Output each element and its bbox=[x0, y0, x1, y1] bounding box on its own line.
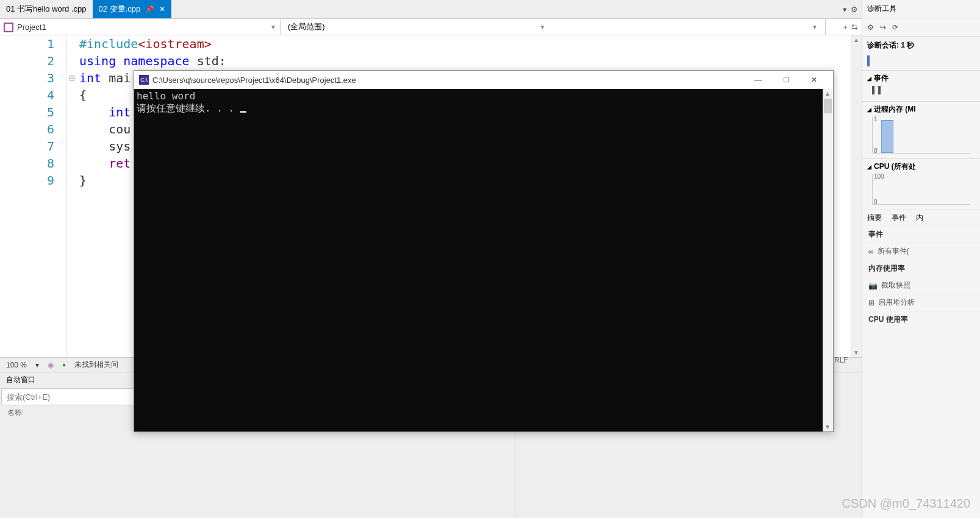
minimize-button[interactable]: — bbox=[744, 71, 772, 89]
console-window: C:\ C:\Users\q\source\repos\Project1\x64… bbox=[134, 70, 834, 432]
scope-member-dropdown[interactable]: ▼ bbox=[553, 19, 826, 35]
scope-global-dropdown[interactable]: (全局范围) ▼ bbox=[281, 19, 553, 35]
zoom-level[interactable]: 100 % bbox=[6, 361, 27, 369]
line-num: 7 bbox=[0, 138, 54, 155]
code-token: { bbox=[79, 88, 87, 102]
heap-row[interactable]: ⊞启用堆分析 bbox=[862, 294, 980, 311]
tab-events[interactable]: 事件 bbox=[887, 210, 911, 225]
editor-scrollbar[interactable] bbox=[851, 35, 862, 357]
section-title[interactable]: CPU (所有处 bbox=[874, 161, 916, 172]
scope-tools: + ⇆ bbox=[825, 19, 862, 35]
status-text: 未找到相关问 bbox=[74, 360, 118, 370]
pin-icon[interactable]: 📌 bbox=[145, 5, 154, 13]
gear-icon[interactable]: ⚙ bbox=[867, 23, 874, 32]
diag-toolbar: ⚙ ↪ ⟳ bbox=[862, 18, 980, 37]
line-num: 1 bbox=[0, 35, 54, 52]
plus-icon[interactable]: + bbox=[843, 23, 848, 32]
pause-icon[interactable] bbox=[872, 86, 881, 94]
split-icon[interactable]: ⇆ bbox=[851, 23, 858, 32]
console-icon: C:\ bbox=[139, 75, 149, 85]
scrollbar-thumb[interactable] bbox=[824, 99, 832, 113]
code-token: ret bbox=[79, 156, 131, 171]
tab-bar: 01 书写hello word .cpp 02 变量.cpp 📌 ✕ ▾ ⚙ bbox=[0, 0, 862, 18]
diag-memory-section: ◢进程内存 (MI 1 0 bbox=[862, 101, 980, 158]
console-output: hello word 请按任意键继续. . . bbox=[134, 89, 823, 431]
events-header: 事件 bbox=[862, 225, 980, 243]
lightbulb-icon[interactable]: ◉ bbox=[48, 361, 54, 369]
section-title[interactable]: 进程内存 (MI bbox=[874, 104, 916, 115]
session-chart bbox=[867, 54, 975, 66]
cpu-usage-header: CPU 使用率 bbox=[862, 311, 980, 328]
diag-events-section: ◢事件 bbox=[862, 70, 980, 101]
chevron-down-icon: ▼ bbox=[540, 24, 546, 30]
code-token: std: bbox=[190, 54, 226, 68]
code-token: mai bbox=[101, 71, 131, 85]
fold-toggle[interactable]: ⊟ bbox=[67, 69, 77, 87]
memory-chart: 1 0 bbox=[872, 117, 970, 154]
code-token: <iostream> bbox=[138, 37, 211, 51]
diag-title: 诊断工具 bbox=[862, 0, 980, 18]
dropdown-icon[interactable]: ▾ bbox=[35, 361, 39, 369]
line-num: 6 bbox=[0, 121, 54, 138]
code-token: int bbox=[79, 105, 131, 119]
section-title[interactable]: 事件 bbox=[874, 73, 889, 83]
console-titlebar[interactable]: C:\ C:\Users\q\source\repos\Project1\x64… bbox=[134, 71, 833, 89]
line-num: 9 bbox=[0, 172, 54, 189]
tab-file-2[interactable]: 02 变量.cpp 📌 ✕ bbox=[93, 0, 172, 18]
code-token: int bbox=[79, 71, 101, 85]
watermark: CSDN @m0_74311420 bbox=[842, 497, 970, 511]
diag-session: 诊断会话: 1 秒 bbox=[862, 37, 980, 54]
axis-label: 0 bbox=[874, 199, 878, 205]
line-gutter: 1 2 3 4 5 6 7 8 9 bbox=[0, 35, 67, 357]
code-token: #include bbox=[79, 37, 138, 51]
tab-label: 02 变量.cpp bbox=[99, 4, 141, 15]
cpu-chart: 100 0 bbox=[872, 174, 970, 205]
code-token: sys bbox=[79, 139, 131, 154]
axis-label: 1 bbox=[874, 116, 878, 122]
diag-tabs: 摘要 事件 内 bbox=[862, 210, 980, 225]
line-num: 2 bbox=[0, 52, 54, 69]
code-token: using bbox=[79, 54, 116, 68]
gear-icon[interactable]: ⚙ bbox=[851, 5, 858, 14]
close-button[interactable]: ✕ bbox=[800, 71, 828, 89]
line-num: 5 bbox=[0, 104, 54, 121]
fold-column: ⊟ bbox=[67, 35, 77, 357]
scope-project-dropdown[interactable]: Project1 ▼ bbox=[0, 19, 281, 35]
axis-label: 0 bbox=[874, 147, 878, 154]
code-token bbox=[116, 54, 123, 68]
close-icon[interactable]: ✕ bbox=[159, 5, 165, 13]
scope-bar: Project1 ▼ (全局范围) ▼ ▼ + ⇆ bbox=[0, 18, 862, 35]
tab-more[interactable]: 内 bbox=[911, 210, 928, 225]
dropdown-icon[interactable]: ▾ bbox=[843, 5, 847, 14]
diagnostic-panel: 诊断工具 ⚙ ↪ ⟳ 诊断会话: 1 秒 ◢事件 ◢进程内存 (MI 1 0 ◢… bbox=[862, 0, 980, 518]
arrow-icon[interactable]: ↪ bbox=[880, 23, 886, 32]
mem-usage-header: 内存使用率 bbox=[862, 260, 980, 277]
line-ending: RLF bbox=[834, 356, 848, 364]
chevron-down-icon: ▼ bbox=[270, 24, 276, 30]
snapshot-row[interactable]: 📷截取快照 bbox=[862, 277, 980, 294]
code-token: cou bbox=[79, 122, 131, 137]
line-num: 4 bbox=[0, 87, 54, 104]
diag-cpu-section: ◢CPU (所有处 100 0 bbox=[862, 158, 980, 210]
console-scrollbar[interactable] bbox=[823, 89, 833, 431]
cursor bbox=[240, 111, 246, 113]
code-token: namespace bbox=[123, 54, 189, 68]
all-events-row[interactable]: ∞所有事件( bbox=[862, 243, 980, 260]
line-num: 3 bbox=[0, 69, 54, 87]
tab-label: 01 书写hello word .cpp bbox=[6, 4, 87, 15]
tab-summary[interactable]: 摘要 bbox=[862, 210, 887, 225]
console-title-text: C:\Users\q\source\repos\Project1\x64\Deb… bbox=[152, 76, 744, 85]
chevron-down-icon: ▼ bbox=[812, 24, 818, 30]
line-num: 8 bbox=[0, 155, 54, 172]
tab-file-1[interactable]: 01 书写hello word .cpp bbox=[0, 0, 93, 18]
console-body[interactable]: hello word 请按任意键继续. . . bbox=[134, 89, 833, 431]
ok-icon: ● bbox=[62, 361, 66, 368]
code-token: } bbox=[79, 173, 87, 188]
tab-tools: ▾ ⚙ bbox=[843, 5, 862, 14]
maximize-button[interactable]: ☐ bbox=[772, 71, 800, 89]
project-icon bbox=[4, 23, 13, 31]
refresh-icon[interactable]: ⟳ bbox=[892, 23, 898, 32]
axis-label: 100 bbox=[874, 173, 884, 180]
scope-global-text: (全局范围) bbox=[288, 21, 325, 32]
project-name: Project1 bbox=[17, 23, 270, 32]
